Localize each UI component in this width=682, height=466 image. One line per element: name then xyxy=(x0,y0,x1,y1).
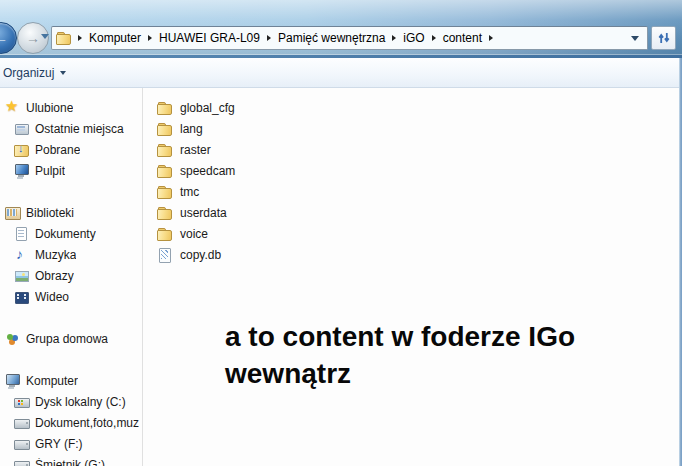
breadcrumb-folder-icon xyxy=(56,30,73,46)
explorer-window: ← → KomputerHUAWEI GRA-L09Pamięć wewnętr… xyxy=(0,0,682,466)
music-note-icon xyxy=(14,247,31,263)
breadcrumb-item-komputer[interactable]: Komputer xyxy=(87,31,143,45)
recent-pages-dropdown-icon[interactable] xyxy=(41,34,49,39)
folder-icon xyxy=(157,121,174,137)
sidebar-group-label: Ulubione xyxy=(26,101,73,115)
breadcrumb-separator-icon[interactable] xyxy=(432,35,436,41)
refresh-button[interactable] xyxy=(651,26,676,50)
drive-icon xyxy=(14,415,31,431)
sidebar-item-label: Wideo xyxy=(35,290,69,304)
file-row-speedcam[interactable]: speedcam xyxy=(143,160,682,181)
sidebar-item-label: Pobrane xyxy=(35,143,80,157)
file-name: global_cfg xyxy=(180,101,235,115)
address-bar[interactable]: KomputerHUAWEI GRA-L09Pamięć wewnętrznai… xyxy=(51,26,648,50)
breadcrumb-item-huawei-gra-l09[interactable]: HUAWEI GRA-L09 xyxy=(157,31,262,45)
organize-label: Organizuj xyxy=(3,66,54,80)
drive-icon xyxy=(14,436,31,452)
breadcrumb-separator-icon[interactable] xyxy=(148,35,152,41)
breadcrumb-separator-icon[interactable] xyxy=(267,35,271,41)
breadcrumb-separator-icon[interactable] xyxy=(392,35,396,41)
address-bar-dropdown-icon[interactable] xyxy=(631,36,639,41)
sidebar-group-favorites[interactable]: Ulubione xyxy=(0,97,142,118)
file-row-lang[interactable]: lang xyxy=(143,118,682,139)
file-name: voice xyxy=(180,227,208,241)
annotation-line-2: wewnątrz xyxy=(225,355,575,392)
breadcrumb: KomputerHUAWEI GRA-L09Pamięć wewnętrznai… xyxy=(73,27,498,49)
folder-icon xyxy=(157,184,174,200)
sidebar-group-computer[interactable]: Komputer xyxy=(0,370,142,391)
breadcrumb-item-content[interactable]: content xyxy=(441,31,484,45)
folder-icon xyxy=(157,163,174,179)
breadcrumb-separator-icon[interactable] xyxy=(489,35,493,41)
file-name: copy.db xyxy=(180,248,221,262)
sidebar-item-obrazy[interactable]: Obrazy xyxy=(0,265,142,286)
file-name: userdata xyxy=(180,206,227,220)
file-row-userdata[interactable]: userdata xyxy=(143,202,682,223)
sidebar-item-pobrane[interactable]: Pobrane xyxy=(0,139,142,160)
file-name: speedcam xyxy=(180,164,235,178)
breadcrumb-item-pamięć-wewnętrzna[interactable]: Pamięć wewnętrzna xyxy=(276,31,387,45)
document-icon xyxy=(14,226,31,242)
pictures-icon xyxy=(14,268,31,284)
forward-arrow-icon: → xyxy=(26,30,40,46)
sidebar-item-śmietnik-g[interactable]: Śmietnik (G:) xyxy=(0,454,142,466)
organize-dropdown-icon xyxy=(60,71,66,75)
sidebar-item-label: Pulpit xyxy=(35,164,65,178)
sidebar-item-dokumenty[interactable]: Dokumenty xyxy=(0,223,142,244)
content-area: UlubioneOstatnie miejscaPobranePulpitBib… xyxy=(0,88,682,466)
file-row-copy-db[interactable]: copy.db xyxy=(143,244,682,265)
folder-icon xyxy=(157,226,174,242)
sidebar-item-wideo[interactable]: Wideo xyxy=(0,286,142,307)
sidebar-item-ostatnie-miejsca[interactable]: Ostatnie miejsca xyxy=(0,118,142,139)
annotation-line-1: a to content w foderze IGo xyxy=(225,318,575,355)
folder-icon xyxy=(157,142,174,158)
back-arrow-icon: ← xyxy=(0,30,8,46)
file-row-global-cfg[interactable]: global_cfg xyxy=(143,97,682,118)
sidebar-item-label: Śmietnik (G:) xyxy=(35,458,105,466)
star-icon xyxy=(5,100,22,116)
file-row-raster[interactable]: raster xyxy=(143,139,682,160)
sidebar-group-libraries[interactable]: Biblioteki xyxy=(0,202,142,223)
recent-places-icon xyxy=(14,121,31,137)
video-film-icon xyxy=(14,289,31,305)
sidebar-item-pulpit[interactable]: Pulpit xyxy=(0,160,142,181)
sidebar-item-label: Obrazy xyxy=(35,269,74,283)
desktop-icon xyxy=(14,163,31,179)
sidebar-group-label: Biblioteki xyxy=(26,206,74,220)
sidebar-item-gry-f[interactable]: GRY (F:) xyxy=(0,433,142,454)
sidebar-group-gap xyxy=(0,349,142,370)
sidebar-item-label: Muzyka xyxy=(35,248,76,262)
sidebar-group-gap xyxy=(0,181,142,202)
sidebar-item-label: Dokumenty xyxy=(35,227,96,241)
navigation-pane: UlubioneOstatnie miejscaPobranePulpitBib… xyxy=(0,88,143,466)
annotation-text: a to content w foderze IGo wewnątrz xyxy=(225,318,575,392)
sidebar-item-dokument-foto-muz[interactable]: Dokument,foto,muz xyxy=(0,412,142,433)
toolbar: Organizuj xyxy=(0,58,682,88)
folder-icon xyxy=(157,205,174,221)
libraries-icon xyxy=(5,205,22,221)
refresh-icon xyxy=(657,31,671,45)
sidebar-group-homegroup[interactable]: Grupa domowa xyxy=(0,328,142,349)
homegroup-icon xyxy=(5,331,22,347)
organize-button[interactable]: Organizuj xyxy=(0,58,72,87)
sidebar-group-gap xyxy=(0,307,142,328)
computer-icon xyxy=(5,373,22,389)
file-list: global_cfglangrasterspeedcamtmcuserdatav… xyxy=(143,97,682,265)
sidebar-group-label: Grupa domowa xyxy=(26,332,108,346)
breadcrumb-item-igo[interactable]: iGO xyxy=(401,31,426,45)
drive-icon xyxy=(14,457,31,466)
breadcrumb-separator-icon[interactable] xyxy=(78,35,82,41)
folder-icon xyxy=(157,100,174,116)
sidebar-item-muzyka[interactable]: Muzyka xyxy=(0,244,142,265)
sidebar-item-dysk-lokalny-c[interactable]: Dysk lokalny (C:) xyxy=(0,391,142,412)
file-row-tmc[interactable]: tmc xyxy=(143,181,682,202)
file-row-voice[interactable]: voice xyxy=(143,223,682,244)
db-file-icon xyxy=(157,247,174,263)
downloads-folder-icon xyxy=(14,142,31,158)
sidebar-group-label: Komputer xyxy=(26,374,78,388)
file-name: lang xyxy=(180,122,203,136)
sidebar-item-label: Ostatnie miejsca xyxy=(35,122,124,136)
file-name: tmc xyxy=(180,185,199,199)
sidebar-item-label: Dysk lokalny (C:) xyxy=(35,395,126,409)
sidebar-item-label: GRY (F:) xyxy=(35,437,83,451)
